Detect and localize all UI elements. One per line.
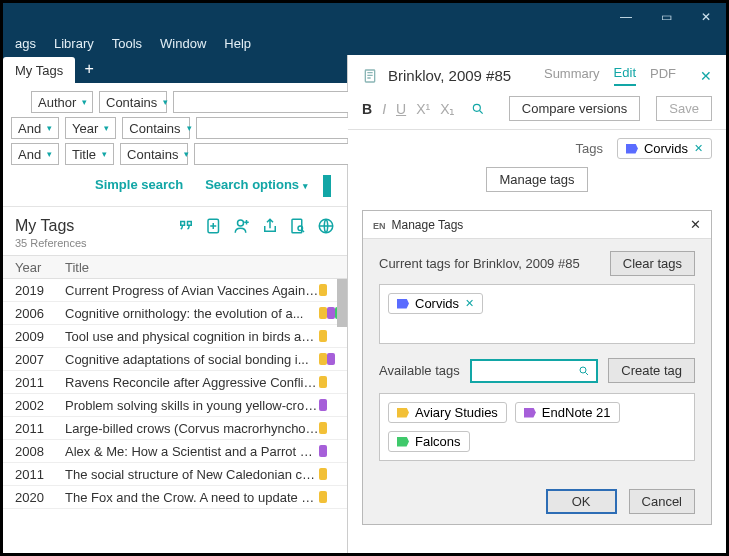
search-bool-2[interactable]: And▾ [11, 143, 59, 165]
available-tag[interactable]: EndNote 21 [515, 402, 620, 423]
table-row[interactable]: 2020The Fox and the Crow. A need to upda… [3, 486, 347, 509]
table-row[interactable]: 2011The social structure of New Caledoni… [3, 463, 347, 486]
share-user-icon[interactable] [233, 217, 251, 235]
menu-window[interactable]: Window [152, 34, 214, 53]
search-value-2[interactable] [194, 143, 372, 165]
menu-tags[interactable]: ags [7, 34, 44, 53]
cell-tags [319, 330, 347, 342]
menu-library[interactable]: Library [46, 34, 102, 53]
svg-point-6 [474, 104, 481, 111]
cell-title: Alex & Me: How a Scientist and a Parrot … [59, 444, 319, 459]
tag-indicator-icon [319, 284, 327, 296]
tag-indicator-icon [319, 376, 327, 388]
available-tag[interactable]: Falcons [388, 431, 470, 452]
tag-indicator-icon [319, 445, 327, 457]
cell-tags [319, 491, 347, 503]
reference-icon [362, 68, 378, 84]
cell-tags [319, 422, 347, 434]
cell-title: Current Progress of Avian Vaccines Again… [59, 283, 319, 298]
remove-tag-icon[interactable]: ✕ [694, 142, 703, 155]
dialog-close-icon[interactable]: ✕ [690, 217, 701, 232]
superscript-icon[interactable]: X¹ [416, 101, 430, 117]
remove-tag-icon[interactable]: ✕ [465, 297, 474, 310]
available-tag[interactable]: Aviary Studies [388, 402, 507, 423]
table-row[interactable]: 2002Problem solving skills in young yell… [3, 394, 347, 417]
search-field-1[interactable]: Year▾ [65, 117, 116, 139]
cell-title: The social structure of New Caledonian c… [59, 467, 319, 482]
dialog-title: Manage Tags [392, 218, 464, 232]
table-row[interactable]: 2011Ravens Reconcile after Aggressive Co… [3, 371, 347, 394]
column-year[interactable]: Year [3, 260, 59, 275]
new-reference-icon[interactable] [205, 217, 223, 235]
window-maximize-button[interactable]: ▭ [646, 3, 686, 31]
tag-indicator-icon [319, 399, 327, 411]
table-row[interactable]: 2011Large-billed crows (Corvus macrorhyn… [3, 417, 347, 440]
table-row[interactable]: 2006Cognitive ornithology: the evolution… [3, 302, 347, 325]
subscript-icon[interactable]: X₁ [440, 101, 455, 117]
window-close-button[interactable]: ✕ [686, 3, 726, 31]
table-row[interactable]: 2019Current Progress of Avian Vaccines A… [3, 279, 347, 302]
column-title[interactable]: Title [59, 260, 347, 275]
search-field-0[interactable]: Author▾ [31, 91, 93, 113]
tag-corvids[interactable]: Corvids✕ [617, 138, 712, 159]
cell-year: 2020 [3, 490, 59, 505]
cell-tags [319, 376, 347, 388]
search-run-button[interactable] [323, 175, 331, 197]
simple-search-link[interactable]: Simple search [95, 177, 183, 192]
create-tag-button[interactable]: Create tag [608, 358, 695, 383]
cell-title: The Fox and the Crow. A need to update p… [59, 490, 319, 505]
manage-tags-button[interactable]: Manage tags [486, 167, 587, 192]
clear-tags-button[interactable]: Clear tags [610, 251, 695, 276]
cell-title: Cognitive adaptations of social bonding … [59, 352, 319, 367]
svg-point-7 [580, 367, 586, 373]
cell-year: 2011 [3, 467, 59, 482]
cell-title: Ravens Reconcile after Aggressive Confli… [59, 375, 319, 390]
table-row[interactable]: 2008Alex & Me: How a Scientist and a Par… [3, 440, 347, 463]
tab-my-tags[interactable]: My Tags [3, 57, 75, 83]
web-icon[interactable] [317, 217, 335, 235]
window-minimize-button[interactable]: — [606, 3, 646, 31]
tag-indicator-icon [327, 353, 335, 365]
tab-strip: My Tags + [3, 55, 347, 83]
search-field-2[interactable]: Title▾ [65, 143, 114, 165]
group-subtitle: 35 References [15, 237, 87, 249]
find-fulltext-icon[interactable] [289, 217, 307, 235]
current-tags-box: Corvids✕ [379, 284, 695, 344]
cancel-button[interactable]: Cancel [629, 489, 695, 514]
reference-title: Brinklov, 2009 #85 [388, 67, 511, 84]
table-row[interactable]: 2007Cognitive adaptations of social bond… [3, 348, 347, 371]
menu-help[interactable]: Help [216, 34, 259, 53]
available-tags-box: Aviary StudiesEndNote 21Falcons [379, 393, 695, 461]
table-row[interactable]: 2009Tool use and physical cognition in b… [3, 325, 347, 348]
tab-edit[interactable]: Edit [614, 65, 636, 86]
menu-tools[interactable]: Tools [104, 34, 150, 53]
compare-versions-button[interactable]: Compare versions [509, 96, 641, 121]
italic-icon[interactable]: I [382, 101, 386, 117]
tag-indicator-icon [327, 307, 335, 319]
bold-icon[interactable]: B [362, 101, 372, 117]
close-panel-icon[interactable]: ✕ [700, 68, 712, 84]
cell-year: 2002 [3, 398, 59, 413]
search-op-0[interactable]: Contains▾ [99, 91, 167, 113]
search-op-1[interactable]: Contains▾ [122, 117, 190, 139]
cell-year: 2008 [3, 444, 59, 459]
underline-icon[interactable]: U [396, 101, 406, 117]
search-bool-1[interactable]: And▾ [11, 117, 59, 139]
tab-add-button[interactable]: + [75, 55, 103, 83]
search-op-2[interactable]: Contains▾ [120, 143, 188, 165]
search-value-0[interactable] [173, 91, 351, 113]
tab-pdf[interactable]: PDF [650, 66, 676, 85]
tab-summary[interactable]: Summary [544, 66, 600, 85]
search-icon[interactable] [471, 102, 485, 116]
export-icon[interactable] [261, 217, 279, 235]
manage-tags-dialog: ENManage Tags ✕ Current tags for Brinklo… [362, 210, 712, 525]
scrollbar[interactable] [337, 279, 347, 327]
cite-icon[interactable] [177, 217, 195, 235]
save-button[interactable]: Save [656, 96, 712, 121]
dialog-subtitle: Current tags for Brinklov, 2009 #85 [379, 256, 580, 271]
tag-search-input[interactable] [470, 359, 599, 383]
cell-year: 2009 [3, 329, 59, 344]
current-tag-corvids[interactable]: Corvids✕ [388, 293, 483, 314]
ok-button[interactable]: OK [546, 489, 617, 514]
search-options-link[interactable]: Search options▾ [205, 177, 308, 192]
